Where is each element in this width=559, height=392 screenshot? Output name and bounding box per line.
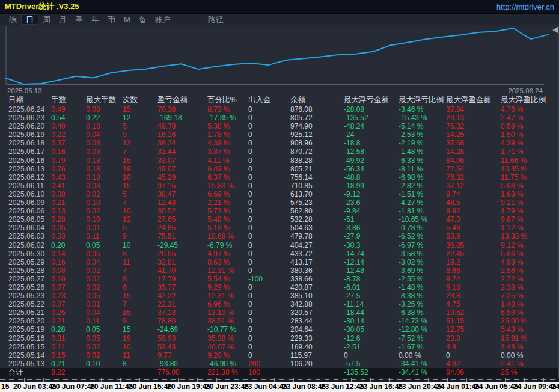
table-row[interactable]: 2025.06.160.790.181533.074.11 %0838.28-4… [0, 156, 558, 165]
balance-chart[interactable]: 2025.05.13 2025.06.24 [0, 25, 559, 95]
table-row[interactable]: 2025.06.180.370.081338.244.39 %0908.96-1… [0, 139, 558, 147]
table-row[interactable]: 2025.06.190.220.04916.161.78 %0925.12-24… [0, 130, 558, 139]
cell: 35.38 % [207, 334, 248, 343]
table-row[interactable]: 2025.06.050.280.101227.655.48 %0532.28-5… [0, 215, 558, 224]
cell: 0.18 [86, 165, 123, 173]
cell: -49.92 [344, 156, 399, 165]
cell: 4.75 [446, 300, 501, 308]
cell: 8 [123, 360, 157, 368]
cell: 0.37 [51, 139, 86, 147]
cell: 0.28 [51, 215, 86, 224]
time-axis-label: 24 Jun 01:45 [436, 382, 480, 391]
table-row[interactable]: 2025.05.300.140.05820.554.97 %0433.72-14… [0, 250, 558, 258]
cell: 2025.06.05 [8, 215, 51, 224]
menu-item-日[interactable]: 日 [21, 14, 38, 25]
table-row[interactable]: 2025.05.230.230.051542.2212.31 %0385.10-… [0, 292, 558, 300]
table-row[interactable]: 2025.06.030.330.11975.5118.68 %0479.78-2… [0, 232, 558, 240]
table-row[interactable]: 2025.05.130.210.108-93.80-46.90 %200106.… [0, 360, 558, 368]
cell: 25 % [501, 368, 558, 378]
time-axis-label: 20 Jun 03:45 [13, 382, 57, 391]
table-row[interactable]: 2025.06.110.410.081597.1515.83 %0710.85-… [0, 182, 558, 190]
table-row[interactable]: 2025.05.190.280.0515-24.69-10.77 %0204.6… [0, 325, 558, 334]
time-axis-label: 23 Jun 04:45 [244, 382, 287, 391]
cell: -10.65 % [399, 215, 446, 224]
cell: 19 [123, 165, 157, 173]
cell: 合计 [8, 368, 51, 378]
table-row[interactable]: 2025.05.140.150.02119.779.20 %0115.9700.… [0, 351, 558, 360]
time-axis-tick-strip [0, 378, 559, 382]
cell: 9 [123, 130, 157, 139]
cell: 0.23 [51, 292, 86, 300]
table-row[interactable]: 2025.05.270.100.02817.795.54 %-100338.66… [0, 275, 558, 283]
cell: 0.21 [51, 317, 86, 325]
website-link[interactable]: http://mtdriver.cn [496, 2, 554, 11]
cell: 2025.05.28 [8, 266, 51, 275]
cell: 0.05 [86, 325, 123, 334]
cell: 42.22 [157, 292, 207, 300]
cell: 2025.06.20 [8, 122, 51, 130]
cell: 76.32 [446, 122, 501, 130]
menu-item-路径[interactable]: 路径 [204, 14, 228, 25]
cell: 2025.05.16 [8, 334, 51, 343]
column-header: 最大浮盈金额 [446, 95, 501, 105]
table-row[interactable]: 2025.06.130.760.181949.076.49 %0805.21-5… [0, 165, 558, 173]
table-row[interactable]: 2025.06.020.200.0510-29.45-6.79 %0404.27… [0, 241, 558, 250]
table-row[interactable]: 2025.05.280.080.02741.7012.31 %0380.36-1… [0, 266, 558, 275]
cell: -30.05 [344, 325, 399, 334]
cell: 15 [123, 105, 157, 114]
table-row[interactable]: 2025.05.200.210.11978.8038.51 %0283.44-3… [0, 317, 558, 325]
table-row[interactable]: 2025.06.090.210.10712.432.21 %0575.23-23… [0, 198, 558, 207]
cell: -1.51 % [399, 190, 446, 198]
table-row[interactable]: 2025.06.060.130.021030.525.73 %0562.80-9… [0, 207, 558, 215]
table-row[interactable]: 2025.06.040.050.01524.855.18 %0504.63-3.… [0, 224, 558, 232]
cell: 14.25 [446, 130, 501, 139]
table-row[interactable]: 2025.06.100.080.02538.476.69 %0613.70-9.… [0, 190, 558, 198]
cell: 0 [248, 147, 290, 156]
menu-item-综[interactable]: 综 [5, 14, 21, 25]
table-row[interactable]: 2025.05.150.110.021053.4346.07 %0169.40-… [0, 343, 558, 351]
cell: -6.79 % [207, 241, 248, 250]
menu-item-年[interactable]: 年 [87, 14, 103, 25]
menu-item-账户[interactable]: 账户 [151, 14, 175, 25]
cell: 0.08 [86, 105, 123, 114]
table-row[interactable]: 2025.05.160.310.051959.9335.38 %0229.33-… [0, 334, 558, 343]
table-row[interactable]: 2025.05.210.250.041537.1313.10 %0320.57-… [0, 308, 558, 317]
cell: 0.04 [86, 130, 123, 139]
cell: 204.64 [290, 325, 344, 334]
menu-item-备[interactable]: 备 [135, 14, 151, 25]
table-row[interactable]: 2025.06.120.430.181045.296.37 %0756.14-4… [0, 173, 558, 182]
cell: 13.10 % [207, 308, 248, 317]
time-axis-label: 24 Jun 09:45 [513, 382, 557, 391]
cell: 12.43 [157, 198, 207, 207]
menu-item-币[interactable]: 币 [103, 14, 120, 25]
cell: 36.85 [446, 241, 501, 250]
cell: 2.56 % [501, 266, 558, 275]
column-header: 出入金 [248, 95, 290, 105]
menu-item-季[interactable]: 季 [71, 14, 87, 25]
cell: 13 [123, 139, 157, 147]
cell: 0 [248, 250, 290, 258]
menu-item-M[interactable]: M [120, 14, 135, 25]
cell: -48.24 [344, 122, 399, 130]
time-axis-label: 20 Jun 07:45 [52, 382, 95, 391]
cell: 14.28 [446, 147, 501, 156]
cell: 8.63 % [207, 258, 248, 266]
cell: 0.76 [51, 165, 86, 173]
cell: 22.45 [446, 250, 501, 258]
table-row[interactable]: 2025.06.170.160.03732.443.87 %0870.72-12… [0, 147, 558, 156]
menu-item-周[interactable]: 周 [38, 14, 55, 25]
cell: 5.18 % [207, 224, 248, 232]
time-axis-bar[interactable]: 1520 Jun 03:4520 Jun 07:4520 Jun 11:4520… [0, 382, 559, 392]
table-row[interactable]: 2025.06.240.490.081570.368.73 %0876.08-2… [0, 105, 558, 114]
table-row[interactable]: 2025.05.260.070.02635.779.29 %0420.87-6.… [0, 283, 558, 292]
table-row[interactable]: 2025.05.290.160.041132.818.63 %0413.17-1… [0, 258, 558, 266]
cell: 1.79 % [501, 207, 558, 215]
chart-end-date-label: 2025.06.24 [508, 87, 543, 94]
chart-scroll-arrow-icon[interactable] [552, 27, 558, 33]
cell: 19.2 [446, 258, 501, 266]
table-row[interactable]: 2025.06.230.540.2212-169.18-17.35 %0805.… [0, 114, 558, 122]
cell: 15.91 % [501, 334, 558, 343]
menu-item-月[interactable]: 月 [55, 14, 71, 25]
table-row[interactable]: 2025.06.200.400.18549.785.38 %0974.90-48… [0, 122, 558, 130]
table-row[interactable]: 2025.05.220.070.01722.316.96 %0342.88-11… [0, 300, 558, 308]
